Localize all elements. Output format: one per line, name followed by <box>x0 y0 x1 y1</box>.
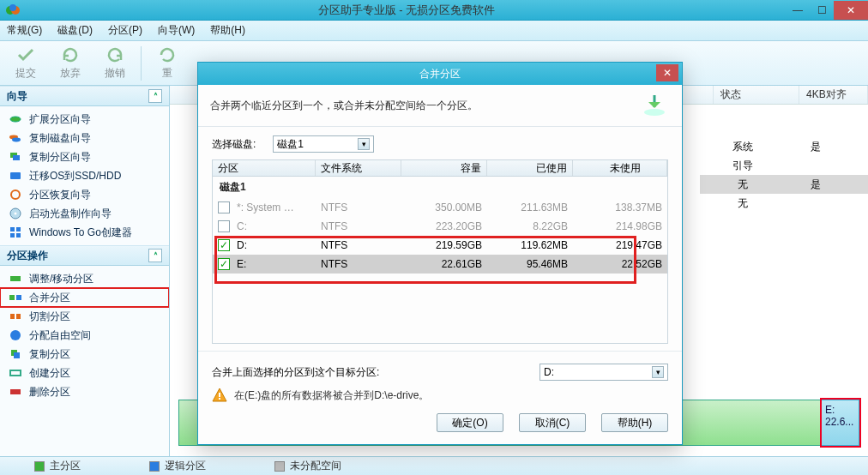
warning-text: 在(E:)盘的所有数据将被合并到D:\e-drive。 <box>234 388 429 403</box>
wizard-wtg[interactable]: Windows To Go创建器 <box>0 223 169 242</box>
menu-help[interactable]: 帮助(H) <box>210 23 245 38</box>
swatch-icon <box>274 461 285 472</box>
close-window-button[interactable]: ✕ <box>834 1 868 20</box>
wizard-bootdisk[interactable]: 启动光盘制作向导 <box>0 204 169 223</box>
wizard-migrate-label: 迁移OS到SSD/HDD <box>29 169 121 183</box>
maximize-button[interactable]: ☐ <box>810 1 834 20</box>
target-label: 合并上面选择的分区到这个目标分区: <box>212 365 379 380</box>
wizard-migrate-os[interactable]: 迁移OS到SSD/HDD <box>0 166 169 185</box>
checkbox[interactable] <box>218 201 230 213</box>
op-resize[interactable]: 调整/移动分区 <box>0 269 169 288</box>
wizard-extend[interactable]: 扩展分区向导 <box>0 110 169 129</box>
ok-button[interactable]: 确定(O) <box>437 413 503 432</box>
part-used: 8.22GB <box>487 220 573 232</box>
partition-row[interactable]: ✓D: NTFS 219.59GB 119.62MB 219.47GB <box>213 236 667 255</box>
svg-rect-25 <box>10 389 21 394</box>
partition-row[interactable]: C: NTFS 223.20GB 8.22GB 214.98GB <box>213 217 667 236</box>
swatch-icon <box>34 461 45 472</box>
toolbar-redo-label: 重 <box>162 66 172 81</box>
part-name: C: <box>237 220 247 232</box>
part-cap: 219.59GB <box>401 239 487 251</box>
disk-icon <box>9 112 22 126</box>
app-logo-icon <box>5 3 22 17</box>
collapse-icon[interactable]: ˄ <box>148 89 162 103</box>
disk-select[interactable]: 磁盘1 ▾ <box>273 135 374 153</box>
select-disk-label: 选择磁盘: <box>212 137 256 152</box>
op-allocate[interactable]: 分配自由空间 <box>0 326 169 345</box>
svg-point-2 <box>9 4 16 11</box>
wizard-copy-partition[interactable]: 复制分区向导 <box>0 147 169 166</box>
part-cap: 223.20GB <box>401 220 487 232</box>
checkbox[interactable]: ✓ <box>218 258 230 270</box>
minimize-button[interactable]: — <box>786 1 810 20</box>
ops-panel-header[interactable]: 分区操作 ˄ <box>0 245 169 266</box>
redo-icon <box>158 45 177 64</box>
op-copy[interactable]: 复制分区 <box>0 345 169 364</box>
legend-primary-label: 主分区 <box>50 459 81 473</box>
refresh-icon <box>61 45 80 64</box>
op-create-label: 创建分区 <box>29 366 70 381</box>
menu-partition[interactable]: 分区(P) <box>108 23 142 38</box>
legend-unalloc: 未分配空间 <box>274 459 341 473</box>
dialog-header: 合并两个临近分区到一个，或合并未分配空间给一个分区。 <box>198 85 682 127</box>
svg-rect-13 <box>16 227 21 231</box>
col-state[interactable]: 状态 <box>714 86 799 104</box>
checkbox[interactable] <box>218 220 230 232</box>
wizard-recovery[interactable]: 分区恢复向导 <box>0 185 169 204</box>
toolbar-redo[interactable]: 重 <box>145 43 190 84</box>
wizard-copy-disk[interactable]: 复制磁盘向导 <box>0 129 169 147</box>
table-row[interactable]: 引导 <box>700 156 868 175</box>
window-title: 分区助手专业版 - 无损分区免费软件 <box>27 3 786 18</box>
disk-segment-e[interactable]: E:22.6... <box>822 400 859 446</box>
op-create[interactable]: 创建分区 <box>0 364 169 382</box>
part-free: 219.47GB <box>573 239 667 251</box>
col-4kb[interactable]: 4KB对齐 <box>799 86 868 104</box>
col-capacity[interactable]: 容量 <box>401 160 487 176</box>
checkbox[interactable]: ✓ <box>218 239 230 251</box>
col-partition[interactable]: 分区 <box>213 160 316 176</box>
dialog-titlebar[interactable]: 合并分区 ✕ <box>198 63 682 85</box>
svg-point-3 <box>10 117 21 122</box>
partition-table-header: 分区 文件系统 容量 已使用 未使用 <box>212 159 668 177</box>
op-split[interactable]: 切割分区 <box>0 307 169 326</box>
target-select-value: D: <box>544 366 554 378</box>
table-row[interactable]: 无 <box>700 194 868 213</box>
toolbar-discard[interactable]: 放弃 <box>48 43 93 84</box>
disk-e-letter: E: <box>825 404 835 416</box>
col-free[interactable]: 未使用 <box>573 160 667 176</box>
op-merge[interactable]: 合并分区 <box>0 288 169 307</box>
cancel-button[interactable]: 取消(C) <box>519 413 586 432</box>
svg-rect-24 <box>10 370 21 376</box>
merge-hero-icon <box>639 93 670 117</box>
wizard-copy-disk-label: 复制磁盘向导 <box>29 131 91 146</box>
disk-e-size: 22.6... <box>825 416 853 428</box>
toolbar-commit[interactable]: 提交 <box>3 43 48 84</box>
help-button[interactable]: 帮助(H) <box>601 413 668 432</box>
menu-disk[interactable]: 磁盘(D) <box>57 23 93 38</box>
collapse-icon[interactable]: ˄ <box>148 249 162 262</box>
copy-icon <box>9 347 22 361</box>
part-fs: NTFS <box>316 258 401 270</box>
merge-dialog: 合并分区 ✕ 合并两个临近分区到一个，或合并未分配空间给一个分区。 选择磁盘: … <box>197 62 683 445</box>
window-titlebar: 分区助手专业版 - 无损分区免费软件 — ☐ ✕ <box>0 0 868 21</box>
wizard-panel-header[interactable]: 向导 ˄ <box>0 86 169 106</box>
partition-row[interactable]: *: System … NTFS 350.00MB 211.63MB 138.3… <box>213 198 667 217</box>
dialog-description: 合并两个临近分区到一个，或合并未分配空间给一个分区。 <box>210 99 639 113</box>
partition-row[interactable]: ✓E: NTFS 22.61GB 95.46MB 22.52GB <box>213 255 667 274</box>
svg-point-11 <box>15 213 17 215</box>
svg-rect-18 <box>16 295 21 300</box>
legend-primary: 主分区 <box>34 459 81 473</box>
dialog-close-button[interactable]: ✕ <box>656 64 678 81</box>
part-name: E: <box>237 258 246 270</box>
part-cap: 22.61GB <box>401 258 487 270</box>
col-used[interactable]: 已使用 <box>487 160 573 176</box>
col-filesystem[interactable]: 文件系统 <box>316 160 401 176</box>
op-delete[interactable]: 删除分区 <box>0 382 169 401</box>
table-row[interactable]: 系统是 <box>700 137 868 156</box>
target-select[interactable]: D: ▾ <box>539 364 668 381</box>
menu-general[interactable]: 常规(G) <box>7 23 42 38</box>
toolbar-undo[interactable]: 撤销 <box>93 43 137 84</box>
menu-wizard[interactable]: 向导(W) <box>158 23 195 38</box>
table-row[interactable]: 无是 <box>700 175 868 194</box>
svg-rect-28 <box>219 398 220 400</box>
